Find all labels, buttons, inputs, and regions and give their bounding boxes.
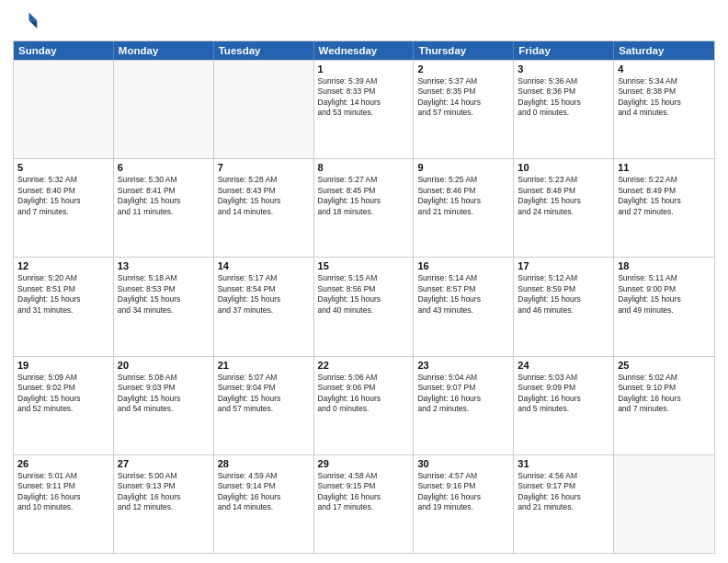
calendar-cell-1: 1Sunrise: 5:39 AMSunset: 8:33 PMDaylight…	[314, 61, 415, 158]
calendar-cell-25: 25Sunrise: 5:02 AMSunset: 9:10 PMDayligh…	[614, 357, 714, 454]
weekday-header-monday: Monday	[114, 41, 214, 60]
calendar-cell-23: 23Sunrise: 5:04 AMSunset: 9:07 PMDayligh…	[414, 357, 514, 454]
cell-info: Sunrise: 5:34 AMSunset: 8:38 PMDaylight:…	[618, 76, 711, 119]
cell-info: Sunrise: 5:18 AMSunset: 8:53 PMDaylight:…	[118, 273, 210, 316]
calendar-header: SundayMondayTuesdayWednesdayThursdayFrid…	[14, 41, 714, 60]
calendar-cell-16: 16Sunrise: 5:14 AMSunset: 8:57 PMDayligh…	[414, 258, 514, 355]
calendar-cell-27: 27Sunrise: 5:00 AMSunset: 9:13 PMDayligh…	[114, 455, 214, 553]
cell-info: Sunrise: 5:32 AMSunset: 8:40 PMDaylight:…	[17, 175, 109, 217]
day-number: 15	[318, 260, 410, 271]
cell-info: Sunrise: 5:02 AMSunset: 9:10 PMDaylight:…	[618, 373, 711, 415]
day-number: 21	[218, 360, 310, 371]
logo-icon	[13, 9, 39, 35]
calendar-row-5: 26Sunrise: 5:01 AMSunset: 9:11 PMDayligh…	[14, 454, 714, 553]
cell-info: Sunrise: 5:23 AMSunset: 8:48 PMDaylight:…	[518, 175, 609, 217]
cell-info: Sunrise: 5:09 AMSunset: 9:02 PMDaylight:…	[17, 373, 109, 415]
cell-info: Sunrise: 5:07 AMSunset: 9:04 PMDaylight:…	[218, 373, 310, 415]
day-number: 4	[618, 63, 711, 75]
cell-info: Sunrise: 4:56 AMSunset: 9:17 PMDaylight:…	[518, 471, 609, 513]
day-number: 19	[17, 360, 109, 371]
day-number: 10	[518, 162, 609, 173]
day-number: 11	[618, 162, 711, 173]
calendar-cell-28: 28Sunrise: 4:59 AMSunset: 9:14 PMDayligh…	[214, 455, 314, 553]
day-number: 6	[118, 162, 210, 173]
calendar-cell-4: 4Sunrise: 5:34 AMSunset: 8:38 PMDaylight…	[614, 61, 714, 158]
cell-info: Sunrise: 5:01 AMSunset: 9:11 PMDaylight:…	[17, 471, 109, 513]
cell-info: Sunrise: 5:27 AMSunset: 8:45 PMDaylight:…	[318, 175, 410, 217]
cell-info: Sunrise: 5:08 AMSunset: 9:03 PMDaylight:…	[118, 373, 210, 415]
day-number: 7	[218, 162, 310, 173]
cell-info: Sunrise: 5:25 AMSunset: 8:46 PMDaylight:…	[417, 175, 509, 217]
calendar-cell-31: 31Sunrise: 4:56 AMSunset: 9:17 PMDayligh…	[514, 455, 614, 553]
day-number: 17	[518, 260, 609, 271]
calendar-cell-20: 20Sunrise: 5:08 AMSunset: 9:03 PMDayligh…	[114, 357, 214, 454]
day-number: 13	[118, 260, 210, 271]
day-number: 25	[618, 360, 711, 371]
calendar-cell-19: 19Sunrise: 5:09 AMSunset: 9:02 PMDayligh…	[14, 357, 114, 454]
day-number: 9	[417, 162, 509, 173]
calendar-cell-12: 12Sunrise: 5:20 AMSunset: 8:51 PMDayligh…	[14, 258, 114, 355]
cell-info: Sunrise: 5:03 AMSunset: 9:09 PMDaylight:…	[518, 373, 609, 415]
calendar-row-2: 5Sunrise: 5:32 AMSunset: 8:40 PMDaylight…	[14, 158, 714, 257]
cell-info: Sunrise: 5:22 AMSunset: 8:49 PMDaylight:…	[618, 175, 711, 217]
calendar-cell-18: 18Sunrise: 5:11 AMSunset: 9:00 PMDayligh…	[614, 258, 714, 355]
calendar-cell-11: 11Sunrise: 5:22 AMSunset: 8:49 PMDayligh…	[614, 159, 714, 257]
calendar-cell-8: 8Sunrise: 5:27 AMSunset: 8:45 PMDaylight…	[314, 159, 415, 257]
calendar-cell-24: 24Sunrise: 5:03 AMSunset: 9:09 PMDayligh…	[514, 357, 614, 454]
calendar-cell-17: 17Sunrise: 5:12 AMSunset: 8:59 PMDayligh…	[514, 258, 614, 355]
day-number: 23	[417, 360, 509, 371]
calendar-cell-29: 29Sunrise: 4:58 AMSunset: 9:15 PMDayligh…	[314, 455, 415, 553]
empty-cell	[14, 61, 114, 158]
day-number: 5	[17, 162, 109, 173]
calendar-cell-5: 5Sunrise: 5:32 AMSunset: 8:40 PMDaylight…	[14, 159, 114, 257]
calendar-row-1: 1Sunrise: 5:39 AMSunset: 8:33 PMDaylight…	[14, 60, 714, 158]
day-number: 1	[318, 63, 410, 75]
page: SundayMondayTuesdayWednesdayThursdayFrid…	[0, 0, 728, 563]
day-number: 18	[618, 260, 711, 271]
cell-info: Sunrise: 5:17 AMSunset: 8:54 PMDaylight:…	[218, 273, 310, 316]
cell-info: Sunrise: 4:58 AMSunset: 9:15 PMDaylight:…	[318, 471, 410, 513]
cell-info: Sunrise: 5:00 AMSunset: 9:13 PMDaylight:…	[118, 471, 210, 513]
empty-cell	[214, 61, 314, 158]
logo	[13, 9, 42, 35]
header	[13, 9, 715, 35]
day-number: 27	[118, 458, 210, 469]
calendar-cell-21: 21Sunrise: 5:07 AMSunset: 9:04 PMDayligh…	[214, 357, 314, 454]
day-number: 30	[417, 458, 509, 469]
day-number: 14	[218, 260, 310, 271]
day-number: 2	[417, 63, 509, 75]
cell-info: Sunrise: 5:14 AMSunset: 8:57 PMDaylight:…	[417, 273, 509, 316]
calendar: SundayMondayTuesdayWednesdayThursdayFrid…	[13, 40, 715, 554]
cell-info: Sunrise: 4:57 AMSunset: 9:16 PMDaylight:…	[417, 471, 509, 513]
cell-info: Sunrise: 5:36 AMSunset: 8:36 PMDaylight:…	[518, 76, 609, 119]
calendar-cell-14: 14Sunrise: 5:17 AMSunset: 8:54 PMDayligh…	[214, 258, 314, 355]
cell-info: Sunrise: 5:12 AMSunset: 8:59 PMDaylight:…	[518, 273, 609, 316]
day-number: 26	[17, 458, 109, 469]
calendar-cell-30: 30Sunrise: 4:57 AMSunset: 9:16 PMDayligh…	[414, 455, 514, 553]
calendar-cell-13: 13Sunrise: 5:18 AMSunset: 8:53 PMDayligh…	[114, 258, 214, 355]
calendar-cell-3: 3Sunrise: 5:36 AMSunset: 8:36 PMDaylight…	[514, 61, 614, 158]
calendar-cell-6: 6Sunrise: 5:30 AMSunset: 8:41 PMDaylight…	[114, 159, 214, 257]
day-number: 24	[518, 360, 609, 371]
cell-info: Sunrise: 5:30 AMSunset: 8:41 PMDaylight:…	[118, 175, 210, 217]
weekday-header-tuesday: Tuesday	[214, 41, 314, 60]
day-number: 16	[417, 260, 509, 271]
weekday-header-sunday: Sunday	[14, 41, 114, 60]
cell-info: Sunrise: 5:28 AMSunset: 8:43 PMDaylight:…	[218, 175, 310, 217]
calendar-row-3: 12Sunrise: 5:20 AMSunset: 8:51 PMDayligh…	[14, 257, 714, 355]
svg-marker-1	[29, 20, 38, 29]
day-number: 29	[318, 458, 410, 469]
day-number: 28	[218, 458, 310, 469]
empty-cell	[114, 61, 214, 158]
calendar-cell-10: 10Sunrise: 5:23 AMSunset: 8:48 PMDayligh…	[514, 159, 614, 257]
cell-info: Sunrise: 5:04 AMSunset: 9:07 PMDaylight:…	[417, 373, 509, 415]
weekday-header-thursday: Thursday	[414, 41, 514, 60]
cell-info: Sunrise: 5:37 AMSunset: 8:35 PMDaylight:…	[417, 76, 509, 119]
day-number: 3	[518, 63, 609, 75]
day-number: 31	[518, 458, 609, 469]
calendar-cell-15: 15Sunrise: 5:15 AMSunset: 8:56 PMDayligh…	[314, 258, 415, 355]
calendar-cell-2: 2Sunrise: 5:37 AMSunset: 8:35 PMDaylight…	[414, 61, 514, 158]
cell-info: Sunrise: 5:39 AMSunset: 8:33 PMDaylight:…	[318, 76, 410, 119]
weekday-header-friday: Friday	[514, 41, 614, 60]
day-number: 12	[17, 260, 109, 271]
